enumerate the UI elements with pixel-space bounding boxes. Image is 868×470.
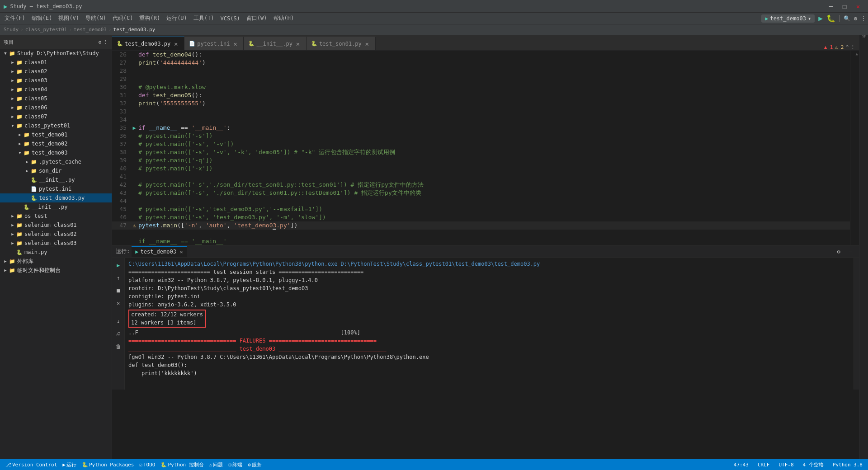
tree-item-init2[interactable]: ▶ 🐍 __init__.py	[0, 202, 112, 212]
terminal-status[interactable]: ⊡ 终端	[226, 459, 244, 470]
tab-init[interactable]: 🐍 __init__.py ✕	[244, 37, 306, 50]
tree-item-class01[interactable]: ▶ 📁 class01	[0, 58, 112, 67]
tab-testson01[interactable]: 🐍 test_son01.py ✕	[307, 37, 376, 50]
tab-testdemo03[interactable]: 🐍 test_demo03.py ✕	[112, 37, 184, 50]
ini-tab-icon: 📄	[189, 41, 195, 47]
tree-arrow-study: ▼	[2, 51, 9, 56]
tab-pytestini[interactable]: 📄 pytest.ini ✕	[184, 37, 244, 50]
tree-item-init-py[interactable]: ▶ 🐍 __init__.py	[0, 175, 112, 184]
run-tab-close[interactable]: ✕	[180, 249, 183, 255]
tree-item-class04[interactable]: ▶ 📁 class04	[0, 85, 112, 94]
tab-close-init[interactable]: ✕	[294, 40, 302, 47]
run-close-tab-button[interactable]: ✕	[113, 298, 124, 309]
tree-item-testdemo02[interactable]: ▶ 📁 test_demo02	[0, 139, 112, 148]
menu-help[interactable]: 帮助(H)	[271, 14, 297, 23]
tab-close-pytestini[interactable]: ✕	[231, 40, 239, 47]
encoding[interactable]: UTF-8	[777, 459, 795, 470]
breadcrumb-item-file[interactable]: test_demo03.py	[113, 27, 156, 33]
maximize-button[interactable]: □	[838, 0, 851, 13]
run-status[interactable]: ▶ 运行	[61, 459, 78, 470]
python-console-status[interactable]: 🐍 Python 控制台	[159, 459, 205, 470]
menu-edit[interactable]: 编辑(E)	[29, 14, 55, 23]
breadcrumb-item-class[interactable]: class_pytest01	[25, 27, 67, 33]
tree-item-class02[interactable]: ▶ 📁 class02	[0, 67, 112, 76]
settings-ctrl-btn[interactable]: ⚙	[834, 247, 844, 257]
tree-arrow-class02: ▶	[9, 69, 16, 74]
menu-code[interactable]: 代码(C)	[110, 14, 136, 23]
settings-button[interactable]: ⚙	[854, 15, 857, 22]
more-options-button[interactable]: ⋮	[861, 15, 866, 22]
indent-setting[interactable]: 4 个空格	[801, 459, 826, 470]
settings-icon[interactable]: ⚙	[98, 39, 101, 45]
run-stop-button[interactable]: ■	[113, 285, 124, 296]
title-bar-left: ▶ Study – test_demo03.py	[4, 3, 82, 10]
menu-window[interactable]: 窗口(W)	[244, 14, 270, 23]
code-line-43: 43 # pytest.main(['-s', './son_dir/test_…	[112, 189, 850, 197]
tree-item-pytestcache[interactable]: ▶ 📁 .pytest_cache	[0, 157, 112, 166]
tree-item-external[interactable]: ▶ 📁 外部库	[0, 257, 112, 266]
tree-item-class03[interactable]: ▶ 📁 class03	[0, 76, 112, 85]
clear-button[interactable]: 🗑	[113, 341, 124, 352]
code-line-39: 39 # pytest.main(['-q'])	[112, 156, 850, 164]
menu-run[interactable]: 运行(U)	[164, 14, 190, 23]
search-button[interactable]: 🔍	[844, 15, 850, 22]
terminal-session-start: ========================= test session s…	[128, 268, 850, 276]
menu-view[interactable]: 视图(V)	[56, 14, 82, 23]
services-status[interactable]: ⚙ 服务	[246, 459, 264, 470]
tab-close-testdemo03[interactable]: ✕	[172, 40, 179, 47]
tree-item-class06[interactable]: ▶ 📁 class06	[0, 103, 112, 112]
line-ending[interactable]: CRLF	[756, 459, 772, 470]
run-play-button[interactable]: ▶	[113, 260, 124, 271]
py-icon-testdemo03: 🐍	[31, 195, 37, 201]
cursor-position[interactable]: 47:43	[732, 459, 750, 470]
version-control-status[interactable]: ⎇ Version Control	[4, 459, 59, 470]
tree-item-class05[interactable]: ▶ 📁 class05	[0, 94, 112, 103]
tree-item-selenium02[interactable]: ▶ 📁 selenium_class02	[0, 230, 112, 239]
minimize-button[interactable]: ─	[825, 0, 837, 13]
python-version-label: Python 3.8	[833, 462, 863, 468]
tree-item-temp[interactable]: ▶ 📁 临时文件和控制台	[0, 266, 112, 275]
more-tabs-icon[interactable]: ⋮	[850, 44, 855, 50]
tree-item-mainpy[interactable]: ▶ 🐍 main.py	[0, 248, 112, 257]
todo-status[interactable]: ☑ TODO	[137, 459, 157, 470]
tree-item-testdemo01[interactable]: ▶ 📁 test_demo01	[0, 130, 112, 139]
debug-button[interactable]: 🐛	[826, 14, 835, 23]
expand-icon[interactable]: ⋮	[103, 39, 108, 45]
tree-item-sondir[interactable]: ▶ 📁 son_dir	[0, 166, 112, 175]
tree-item-study[interactable]: ▼ 📁 Study D:\PythonTest\Study	[0, 49, 112, 58]
py-icon-main: 🐍	[16, 249, 23, 255]
tree-item-classpytest01[interactable]: ▼ 📁 class_pytest01	[0, 121, 112, 130]
menu-refactor[interactable]: 重构(R)	[137, 14, 163, 23]
run-button[interactable]: ▶	[818, 14, 823, 23]
run-config-dropdown[interactable]: ▶ test_demo03 ▾	[761, 14, 815, 23]
tree-item-ostest[interactable]: ▶ 📁 os_test	[0, 212, 112, 221]
issues-status[interactable]: ⚠ 问题	[208, 459, 225, 470]
python-version[interactable]: Python 3.8	[831, 459, 864, 470]
tree-item-testdemo03py[interactable]: ▶ 🐍 test_demo03.py	[0, 193, 112, 202]
menu-vcs[interactable]: VCS(S)	[218, 14, 243, 23]
python-packages-status[interactable]: 🐍 Python Packages	[80, 459, 136, 470]
close-button[interactable]: ✕	[852, 0, 864, 13]
tree-item-selenium01[interactable]: ▶ 📁 selenium_class01	[0, 221, 112, 230]
menu-tools[interactable]: 工具(T)	[191, 14, 217, 23]
bottom-tab-run[interactable]: ▶ test_demo03 ✕	[132, 246, 186, 257]
folder-icon-class03: 📁	[16, 78, 23, 84]
minimize-panel-btn[interactable]: —	[845, 247, 855, 257]
run-config-icon: ▶	[765, 15, 768, 22]
expand-editor-icon[interactable]: ^	[845, 44, 849, 50]
code-line-38: 38 # pytest.main(['-s', '-v', '-k', 'dem…	[112, 148, 850, 156]
tree-item-selenium03[interactable]: ▶ 📁 selenium_class03	[0, 239, 112, 248]
menu-file[interactable]: 文件(F)	[2, 14, 28, 23]
tab-close-son[interactable]: ✕	[363, 40, 371, 47]
tree-item-testdemo03[interactable]: ▼ 📁 test_demo03	[0, 148, 112, 157]
print-button[interactable]: 🖨	[113, 329, 124, 339]
scroll-to-end-button[interactable]: ↓	[113, 316, 124, 327]
right-icon-1[interactable]: 书	[860, 37, 868, 45]
run-rerun-button[interactable]: ↑	[113, 273, 124, 283]
tree-arrow-cache: ▶	[24, 160, 31, 164]
breadcrumb-item-study[interactable]: Study	[4, 27, 19, 33]
menu-navigate[interactable]: 导航(N)	[83, 14, 109, 23]
breadcrumb-item-demo[interactable]: test_demo03	[74, 27, 107, 33]
tree-item-pytestini[interactable]: ▶ 📄 pytest.ini	[0, 184, 112, 193]
tree-item-class07[interactable]: ▶ 📁 class07	[0, 112, 112, 121]
